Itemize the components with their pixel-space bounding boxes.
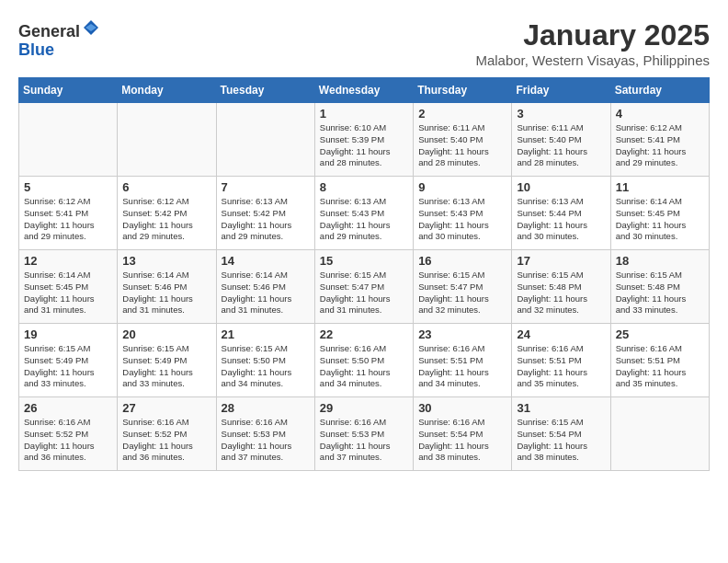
day-number: 22 (320, 327, 408, 341)
day-info: Sunrise: 6:11 AM Sunset: 5:40 PM Dayligh… (517, 122, 605, 169)
calendar-cell: 2Sunrise: 6:11 AM Sunset: 5:40 PM Daylig… (414, 103, 512, 177)
calendar-cell: 8Sunrise: 6:13 AM Sunset: 5:43 PM Daylig… (314, 177, 413, 250)
day-info: Sunrise: 6:15 AM Sunset: 5:47 PM Dayligh… (320, 270, 408, 316)
calendar-cell: 6Sunrise: 6:12 AM Sunset: 5:42 PM Daylig… (118, 177, 216, 250)
page-header: General Blue January 2025 Malabor, Weste… (18, 18, 710, 68)
week-row-5: 26Sunrise: 6:16 AM Sunset: 5:52 PM Dayli… (19, 397, 710, 471)
day-info: Sunrise: 6:15 AM Sunset: 5:50 PM Dayligh… (222, 343, 310, 390)
day-number: 23 (418, 327, 506, 341)
logo-general: General (18, 22, 80, 40)
day-number: 19 (24, 327, 112, 341)
calendar-cell: 31Sunrise: 6:15 AM Sunset: 5:54 PM Dayli… (512, 397, 610, 471)
day-number: 8 (320, 180, 408, 194)
calendar-cell: 30Sunrise: 6:16 AM Sunset: 5:54 PM Dayli… (414, 397, 512, 471)
calendar-cell: 18Sunrise: 6:15 AM Sunset: 5:48 PM Dayli… (610, 250, 709, 324)
day-info: Sunrise: 6:13 AM Sunset: 5:43 PM Dayligh… (320, 196, 408, 243)
day-number: 17 (517, 254, 605, 268)
calendar-table: SundayMondayTuesdayWednesdayThursdayFrid… (18, 77, 710, 471)
calendar-cell: 7Sunrise: 6:13 AM Sunset: 5:42 PM Daylig… (216, 177, 314, 250)
day-number: 31 (517, 401, 605, 415)
day-number: 14 (222, 254, 310, 268)
calendar-cell: 3Sunrise: 6:11 AM Sunset: 5:40 PM Daylig… (512, 103, 610, 177)
day-number: 1 (320, 107, 408, 121)
day-info: Sunrise: 6:15 AM Sunset: 5:47 PM Dayligh… (418, 270, 506, 316)
day-info: Sunrise: 6:16 AM Sunset: 5:51 PM Dayligh… (616, 343, 704, 390)
calendar-cell: 22Sunrise: 6:16 AM Sunset: 5:50 PM Dayli… (314, 324, 413, 397)
day-number: 11 (616, 180, 704, 194)
day-number: 26 (24, 401, 112, 415)
header-day-friday: Friday (512, 78, 610, 103)
calendar-cell: 23Sunrise: 6:16 AM Sunset: 5:51 PM Dayli… (414, 324, 512, 397)
calendar-cell: 11Sunrise: 6:14 AM Sunset: 5:45 PM Dayli… (610, 177, 709, 250)
calendar-cell: 26Sunrise: 6:16 AM Sunset: 5:52 PM Dayli… (19, 397, 118, 471)
day-number: 16 (418, 254, 506, 268)
day-number: 9 (418, 180, 506, 194)
header-day-monday: Monday (118, 78, 216, 103)
calendar-subtitle: Malabor, Western Visayas, Philippines (475, 52, 710, 68)
day-info: Sunrise: 6:14 AM Sunset: 5:45 PM Dayligh… (24, 270, 112, 316)
day-number: 4 (616, 107, 704, 121)
calendar-cell (19, 103, 118, 177)
week-row-3: 12Sunrise: 6:14 AM Sunset: 5:45 PM Dayli… (19, 250, 710, 324)
day-number: 13 (122, 254, 210, 268)
calendar-cell: 19Sunrise: 6:15 AM Sunset: 5:49 PM Dayli… (19, 324, 118, 397)
logo-text: General Blue (18, 18, 100, 60)
day-info: Sunrise: 6:15 AM Sunset: 5:48 PM Dayligh… (616, 270, 704, 316)
day-number: 6 (122, 180, 210, 194)
day-info: Sunrise: 6:14 AM Sunset: 5:46 PM Dayligh… (222, 270, 310, 316)
header-day-tuesday: Tuesday (216, 78, 314, 103)
day-info: Sunrise: 6:12 AM Sunset: 5:41 PM Dayligh… (616, 122, 704, 169)
day-number: 25 (616, 327, 704, 341)
day-number: 20 (122, 327, 210, 341)
day-number: 28 (222, 401, 310, 415)
week-row-1: 1Sunrise: 6:10 AM Sunset: 5:39 PM Daylig… (19, 103, 710, 177)
calendar-cell: 29Sunrise: 6:16 AM Sunset: 5:53 PM Dayli… (314, 397, 413, 471)
day-info: Sunrise: 6:14 AM Sunset: 5:45 PM Dayligh… (616, 196, 704, 243)
title-block: January 2025 Malabor, Western Visayas, P… (475, 18, 710, 68)
day-info: Sunrise: 6:15 AM Sunset: 5:54 PM Dayligh… (517, 417, 605, 464)
day-number: 21 (222, 327, 310, 341)
day-info: Sunrise: 6:13 AM Sunset: 5:44 PM Dayligh… (517, 196, 605, 243)
calendar-cell: 1Sunrise: 6:10 AM Sunset: 5:39 PM Daylig… (314, 103, 413, 177)
calendar-cell: 15Sunrise: 6:15 AM Sunset: 5:47 PM Dayli… (314, 250, 413, 324)
calendar-cell (118, 103, 216, 177)
day-info: Sunrise: 6:12 AM Sunset: 5:42 PM Dayligh… (122, 196, 210, 243)
calendar-cell: 13Sunrise: 6:14 AM Sunset: 5:46 PM Dayli… (118, 250, 216, 324)
calendar-title: January 2025 (475, 18, 710, 52)
calendar-cell: 12Sunrise: 6:14 AM Sunset: 5:45 PM Dayli… (19, 250, 118, 324)
day-info: Sunrise: 6:16 AM Sunset: 5:51 PM Dayligh… (517, 343, 605, 390)
calendar-body: 1Sunrise: 6:10 AM Sunset: 5:39 PM Daylig… (19, 103, 710, 471)
day-number: 27 (122, 401, 210, 415)
day-info: Sunrise: 6:15 AM Sunset: 5:49 PM Dayligh… (24, 343, 112, 390)
day-number: 10 (517, 180, 605, 194)
day-number: 2 (418, 107, 506, 121)
day-number: 18 (616, 254, 704, 268)
day-number: 7 (222, 180, 310, 194)
day-number: 30 (418, 401, 506, 415)
day-info: Sunrise: 6:16 AM Sunset: 5:50 PM Dayligh… (320, 343, 408, 390)
calendar-cell: 21Sunrise: 6:15 AM Sunset: 5:50 PM Dayli… (216, 324, 314, 397)
day-number: 24 (517, 327, 605, 341)
day-number: 15 (320, 254, 408, 268)
calendar-cell: 14Sunrise: 6:14 AM Sunset: 5:46 PM Dayli… (216, 250, 314, 324)
calendar-cell: 27Sunrise: 6:16 AM Sunset: 5:52 PM Dayli… (118, 397, 216, 471)
calendar-cell: 16Sunrise: 6:15 AM Sunset: 5:47 PM Dayli… (414, 250, 512, 324)
day-info: Sunrise: 6:13 AM Sunset: 5:43 PM Dayligh… (418, 196, 506, 243)
day-info: Sunrise: 6:14 AM Sunset: 5:46 PM Dayligh… (122, 270, 210, 316)
logo-icon (82, 18, 100, 37)
calendar-cell: 10Sunrise: 6:13 AM Sunset: 5:44 PM Dayli… (512, 177, 610, 250)
day-info: Sunrise: 6:10 AM Sunset: 5:39 PM Dayligh… (320, 122, 408, 169)
day-number: 3 (517, 107, 605, 121)
day-info: Sunrise: 6:11 AM Sunset: 5:40 PM Dayligh… (418, 122, 506, 169)
header-day-wednesday: Wednesday (314, 78, 413, 103)
logo: General Blue (18, 18, 100, 60)
day-info: Sunrise: 6:15 AM Sunset: 5:49 PM Dayligh… (122, 343, 210, 390)
day-number: 12 (24, 254, 112, 268)
calendar-cell (216, 103, 314, 177)
calendar-cell: 5Sunrise: 6:12 AM Sunset: 5:41 PM Daylig… (19, 177, 118, 250)
calendar-cell: 17Sunrise: 6:15 AM Sunset: 5:48 PM Dayli… (512, 250, 610, 324)
day-number: 5 (24, 180, 112, 194)
calendar-cell: 25Sunrise: 6:16 AM Sunset: 5:51 PM Dayli… (610, 324, 709, 397)
header-row: SundayMondayTuesdayWednesdayThursdayFrid… (19, 78, 710, 103)
calendar-cell: 28Sunrise: 6:16 AM Sunset: 5:53 PM Dayli… (216, 397, 314, 471)
